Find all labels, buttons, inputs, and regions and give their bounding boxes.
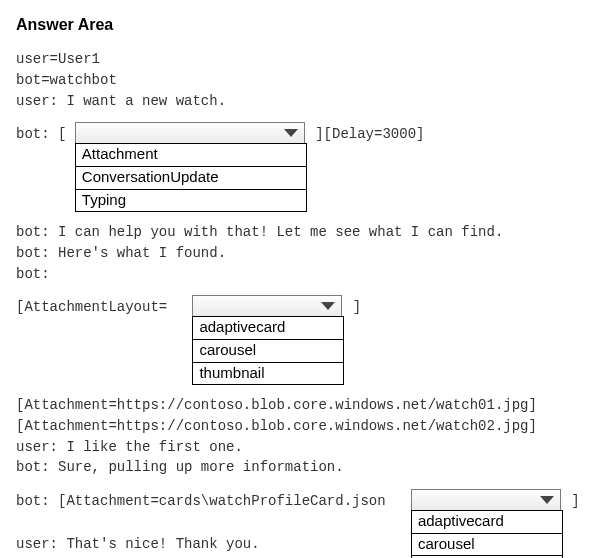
svg-marker-2 (540, 496, 554, 504)
script-line: bot=watchbot (16, 71, 586, 91)
script-line: [Attachment=https://contoso.blob.core.wi… (16, 396, 586, 416)
dropdown-option[interactable]: carousel (193, 340, 343, 363)
dropdown-option[interactable]: Attachment (76, 144, 306, 167)
script-line: bot: Sure, pulling up more information. (16, 458, 586, 478)
dropdown-option[interactable]: Typing (76, 190, 306, 212)
script-text: bot: [ (16, 122, 75, 145)
script-line: user: I like the first one. (16, 438, 586, 458)
script-text: bot: [Attachment=cards\watchProfileCard.… (16, 489, 411, 512)
script-line: bot: Here's what I found. (16, 244, 586, 264)
svg-marker-1 (321, 302, 335, 310)
script-text: ] (563, 489, 580, 512)
dropdown-option[interactable]: ConversationUpdate (76, 167, 306, 190)
dropdown-option[interactable]: carousel (412, 534, 562, 557)
script-line: [Attachment=https://contoso.blob.core.wi… (16, 417, 586, 437)
chevron-down-icon (284, 129, 298, 137)
dropdown-option[interactable]: adaptivecard (412, 511, 562, 534)
script-text: ] (344, 295, 361, 318)
dropdown-option[interactable]: adaptivecard (193, 317, 343, 340)
dropdown-1[interactable]: Attachment ConversationUpdate Typing (75, 122, 307, 212)
script-text: ][Delay=3000] (307, 122, 425, 145)
script-text: [AttachmentLayout= (16, 295, 192, 318)
dropdown-line-1: bot: [ Attachment ConversationUpdate Typ… (16, 122, 586, 212)
script-line: user: I want a new watch. (16, 92, 586, 112)
dropdown-option[interactable]: thumbnail (193, 363, 343, 385)
dropdown-2[interactable]: adaptivecard carousel thumbnail (192, 295, 344, 385)
dropdown-line-2: [AttachmentLayout= adaptivecard carousel… (16, 295, 586, 385)
chevron-down-icon (321, 302, 335, 310)
script-line: user=User1 (16, 50, 586, 70)
chevron-down-icon (540, 496, 554, 504)
svg-marker-0 (284, 129, 298, 137)
page-title: Answer Area (16, 14, 586, 36)
script-line: bot: I can help you with that! Let me se… (16, 223, 586, 243)
script-line: bot: (16, 265, 586, 285)
dropdown-3[interactable]: adaptivecard carousel list (411, 489, 563, 558)
